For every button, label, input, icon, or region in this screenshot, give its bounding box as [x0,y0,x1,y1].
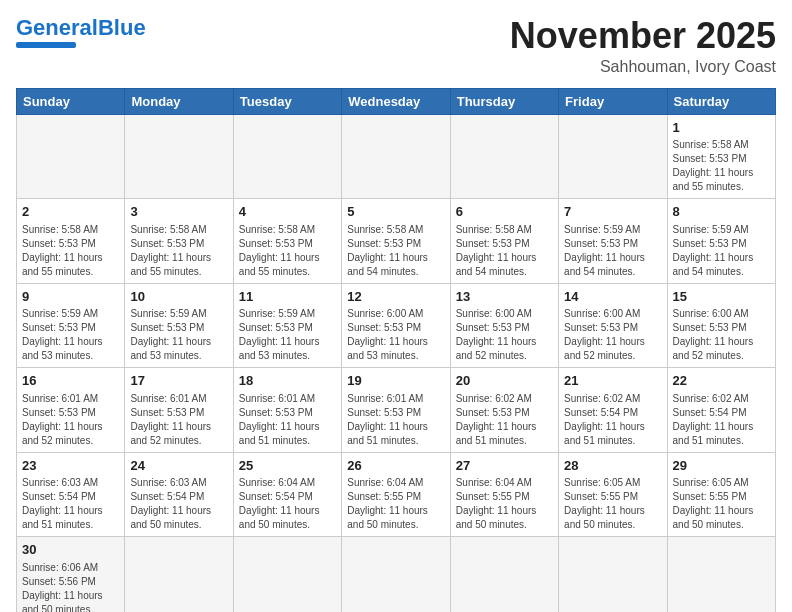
day-info: Sunrise: 5:59 AM Sunset: 5:53 PM Dayligh… [130,307,227,363]
weekday-header-sunday: Sunday [17,88,125,114]
calendar-cell: 19Sunrise: 6:01 AM Sunset: 5:53 PM Dayli… [342,368,450,453]
month-title: November 2025 [510,16,776,56]
calendar-cell [342,114,450,199]
weekday-header-friday: Friday [559,88,667,114]
calendar-cell: 12Sunrise: 6:00 AM Sunset: 5:53 PM Dayli… [342,283,450,368]
day-info: Sunrise: 6:02 AM Sunset: 5:53 PM Dayligh… [456,392,553,448]
calendar-cell: 4Sunrise: 5:58 AM Sunset: 5:53 PM Daylig… [233,199,341,284]
day-number: 11 [239,288,336,306]
calendar-cell [450,537,558,612]
day-info: Sunrise: 6:02 AM Sunset: 5:54 PM Dayligh… [673,392,770,448]
calendar-cell: 7Sunrise: 5:59 AM Sunset: 5:53 PM Daylig… [559,199,667,284]
day-number: 20 [456,372,553,390]
day-number: 25 [239,457,336,475]
day-info: Sunrise: 6:03 AM Sunset: 5:54 PM Dayligh… [22,476,119,532]
header: GeneralBlue November 2025 Sahhouman, Ivo… [16,16,776,76]
day-number: 26 [347,457,444,475]
week-row-4: 16Sunrise: 6:01 AM Sunset: 5:53 PM Dayli… [17,368,776,453]
day-info: Sunrise: 5:58 AM Sunset: 5:53 PM Dayligh… [456,223,553,279]
calendar-cell [17,114,125,199]
week-row-3: 9Sunrise: 5:59 AM Sunset: 5:53 PM Daylig… [17,283,776,368]
day-info: Sunrise: 5:58 AM Sunset: 5:53 PM Dayligh… [130,223,227,279]
day-info: Sunrise: 6:01 AM Sunset: 5:53 PM Dayligh… [22,392,119,448]
day-number: 30 [22,541,119,559]
day-number: 23 [22,457,119,475]
day-number: 8 [673,203,770,221]
day-number: 17 [130,372,227,390]
day-number: 13 [456,288,553,306]
title-section: November 2025 Sahhouman, Ivory Coast [510,16,776,76]
day-number: 19 [347,372,444,390]
calendar-cell: 20Sunrise: 6:02 AM Sunset: 5:53 PM Dayli… [450,368,558,453]
calendar-cell: 25Sunrise: 6:04 AM Sunset: 5:54 PM Dayli… [233,452,341,537]
calendar-cell: 6Sunrise: 5:58 AM Sunset: 5:53 PM Daylig… [450,199,558,284]
calendar-cell: 2Sunrise: 5:58 AM Sunset: 5:53 PM Daylig… [17,199,125,284]
day-info: Sunrise: 6:04 AM Sunset: 5:55 PM Dayligh… [347,476,444,532]
calendar-cell: 11Sunrise: 5:59 AM Sunset: 5:53 PM Dayli… [233,283,341,368]
day-info: Sunrise: 5:58 AM Sunset: 5:53 PM Dayligh… [673,138,770,194]
calendar-cell: 9Sunrise: 5:59 AM Sunset: 5:53 PM Daylig… [17,283,125,368]
calendar-cell: 13Sunrise: 6:00 AM Sunset: 5:53 PM Dayli… [450,283,558,368]
calendar-cell [125,537,233,612]
day-info: Sunrise: 6:06 AM Sunset: 5:56 PM Dayligh… [22,561,119,612]
calendar-cell: 30Sunrise: 6:06 AM Sunset: 5:56 PM Dayli… [17,537,125,612]
calendar-cell [450,114,558,199]
day-info: Sunrise: 5:59 AM Sunset: 5:53 PM Dayligh… [564,223,661,279]
day-number: 2 [22,203,119,221]
week-row-1: 1Sunrise: 5:58 AM Sunset: 5:53 PM Daylig… [17,114,776,199]
day-info: Sunrise: 6:01 AM Sunset: 5:53 PM Dayligh… [239,392,336,448]
week-row-6: 30Sunrise: 6:06 AM Sunset: 5:56 PM Dayli… [17,537,776,612]
week-row-5: 23Sunrise: 6:03 AM Sunset: 5:54 PM Dayli… [17,452,776,537]
day-number: 7 [564,203,661,221]
calendar-cell: 27Sunrise: 6:04 AM Sunset: 5:55 PM Dayli… [450,452,558,537]
calendar-cell: 28Sunrise: 6:05 AM Sunset: 5:55 PM Dayli… [559,452,667,537]
week-row-2: 2Sunrise: 5:58 AM Sunset: 5:53 PM Daylig… [17,199,776,284]
day-number: 6 [456,203,553,221]
weekday-header-monday: Monday [125,88,233,114]
day-info: Sunrise: 6:00 AM Sunset: 5:53 PM Dayligh… [673,307,770,363]
day-number: 9 [22,288,119,306]
weekday-header-thursday: Thursday [450,88,558,114]
calendar-cell: 15Sunrise: 6:00 AM Sunset: 5:53 PM Dayli… [667,283,775,368]
day-info: Sunrise: 6:03 AM Sunset: 5:54 PM Dayligh… [130,476,227,532]
calendar-cell [233,537,341,612]
calendar-cell [559,537,667,612]
logo-bar [16,42,76,48]
day-info: Sunrise: 5:58 AM Sunset: 5:53 PM Dayligh… [22,223,119,279]
day-number: 14 [564,288,661,306]
weekday-header-tuesday: Tuesday [233,88,341,114]
logo-blue: Blue [98,15,146,40]
day-info: Sunrise: 6:04 AM Sunset: 5:55 PM Dayligh… [456,476,553,532]
calendar-cell: 26Sunrise: 6:04 AM Sunset: 5:55 PM Dayli… [342,452,450,537]
day-info: Sunrise: 6:05 AM Sunset: 5:55 PM Dayligh… [673,476,770,532]
day-info: Sunrise: 6:04 AM Sunset: 5:54 PM Dayligh… [239,476,336,532]
day-number: 21 [564,372,661,390]
calendar-cell: 1Sunrise: 5:58 AM Sunset: 5:53 PM Daylig… [667,114,775,199]
day-number: 10 [130,288,227,306]
day-number: 22 [673,372,770,390]
day-info: Sunrise: 5:58 AM Sunset: 5:53 PM Dayligh… [347,223,444,279]
day-number: 24 [130,457,227,475]
calendar-cell [233,114,341,199]
day-info: Sunrise: 6:00 AM Sunset: 5:53 PM Dayligh… [347,307,444,363]
logo-text: GeneralBlue [16,16,146,40]
calendar-cell: 29Sunrise: 6:05 AM Sunset: 5:55 PM Dayli… [667,452,775,537]
day-info: Sunrise: 6:00 AM Sunset: 5:53 PM Dayligh… [564,307,661,363]
day-info: Sunrise: 6:01 AM Sunset: 5:53 PM Dayligh… [347,392,444,448]
day-number: 4 [239,203,336,221]
calendar-cell: 18Sunrise: 6:01 AM Sunset: 5:53 PM Dayli… [233,368,341,453]
day-info: Sunrise: 5:59 AM Sunset: 5:53 PM Dayligh… [22,307,119,363]
calendar-cell: 21Sunrise: 6:02 AM Sunset: 5:54 PM Dayli… [559,368,667,453]
calendar-cell: 23Sunrise: 6:03 AM Sunset: 5:54 PM Dayli… [17,452,125,537]
day-info: Sunrise: 6:01 AM Sunset: 5:53 PM Dayligh… [130,392,227,448]
calendar-cell: 8Sunrise: 5:59 AM Sunset: 5:53 PM Daylig… [667,199,775,284]
day-number: 3 [130,203,227,221]
day-info: Sunrise: 5:59 AM Sunset: 5:53 PM Dayligh… [673,223,770,279]
calendar-cell: 3Sunrise: 5:58 AM Sunset: 5:53 PM Daylig… [125,199,233,284]
day-number: 28 [564,457,661,475]
calendar-cell [342,537,450,612]
calendar-cell [667,537,775,612]
day-number: 18 [239,372,336,390]
day-number: 1 [673,119,770,137]
weekday-header-row: SundayMondayTuesdayWednesdayThursdayFrid… [17,88,776,114]
